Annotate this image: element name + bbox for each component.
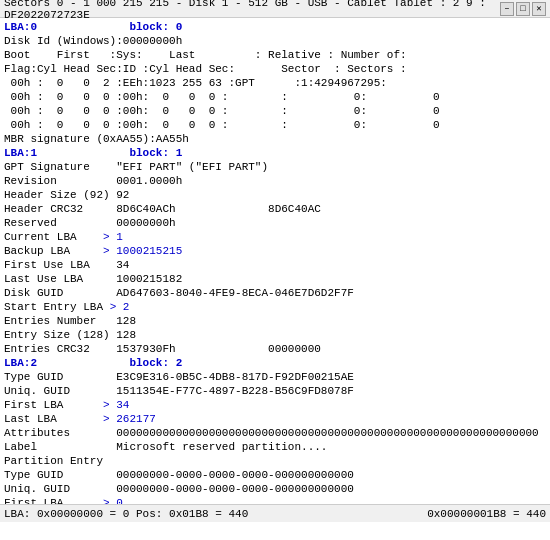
content-line: Start Entry LBA > 2 [4, 300, 546, 314]
content-line: Disk Id (Windows):00000000h [4, 34, 546, 48]
content-line: First LBA > 0 [4, 496, 546, 504]
content-line: First Use LBA 34 [4, 258, 546, 272]
content-line: First LBA > 34 [4, 398, 546, 412]
content-line: Entries Number 128 [4, 314, 546, 328]
content-line: Disk GUID AD647603-8040-4FE9-8ECA-046E7D… [4, 286, 546, 300]
content-line: Header CRC32 8D6C40ACh 8D6C40AC [4, 202, 546, 216]
content-line: 00h : 0 0 0 :00h: 0 0 0 : : 0: 0 [4, 118, 546, 132]
content-line: Revision 0001.0000h [4, 174, 546, 188]
content-line: Partition Entry [4, 454, 546, 468]
maximize-button[interactable]: □ [516, 2, 530, 16]
status-left: LBA: 0x00000000 = 0 Pos: 0x01B8 = 440 [4, 508, 248, 520]
content-line: 00h : 0 0 0 :00h: 0 0 0 : : 0: 0 [4, 90, 546, 104]
content-line: Entry Size (128) 128 [4, 328, 546, 342]
content-line: 00h : 0 0 0 :00h: 0 0 0 : : 0: 0 [4, 104, 546, 118]
minimize-button[interactable]: – [500, 2, 514, 16]
content-line: Last LBA > 262177 [4, 412, 546, 426]
content-line: Current LBA > 1 [4, 230, 546, 244]
main-window: Sectors 0 - 1 000 215 215 - Disk 1 - 512… [0, 0, 550, 522]
content-line: Boot First :Sys: Last : Relative : Numbe… [4, 48, 546, 62]
content-line: Uniq. GUID 00000000-0000-0000-0000-00000… [4, 482, 546, 496]
content-line: Type GUID E3C9E316-0B5C-4DB8-817D-F92DF0… [4, 370, 546, 384]
content-line: MBR signature (0xAA55):AA55h [4, 132, 546, 146]
content-line: Reserved 00000000h [4, 216, 546, 230]
content-line: Label Microsoft reserved partition.... [4, 440, 546, 454]
content-line: LBA:2 block: 2 [4, 356, 546, 370]
content-line: Uniq. GUID 1511354E-F77C-4897-B228-B56C9… [4, 384, 546, 398]
content-line: Header Size (92) 92 [4, 188, 546, 202]
close-button[interactable]: ✕ [532, 2, 546, 16]
content-line: Backup LBA > 1000215215 [4, 244, 546, 258]
content-line: Attributes 00000000000000000000000000000… [4, 426, 546, 440]
content-line: GPT Signature "EFI PART" ("EFI PART") [4, 160, 546, 174]
content-line: 00h : 0 0 2 :EEh:1023 255 63 :GPT :1:429… [4, 76, 546, 90]
content-line: Type GUID 00000000-0000-0000-0000-000000… [4, 468, 546, 482]
content-line: Last Use LBA 1000215182 [4, 272, 546, 286]
status-right: 0x00000001B8 = 440 [427, 508, 546, 520]
status-bar: LBA: 0x00000000 = 0 Pos: 0x01B8 = 440 0x… [0, 504, 550, 522]
content-line: Flag:Cyl Head Sec:ID :Cyl Head Sec: Sect… [4, 62, 546, 76]
content-area[interactable]: LBA:0 block: 0Disk Id (Windows):00000000… [0, 18, 550, 504]
content-line: LBA:1 block: 1 [4, 146, 546, 160]
title-bar: Sectors 0 - 1 000 215 215 - Disk 1 - 512… [0, 0, 550, 18]
content-line: LBA:0 block: 0 [4, 20, 546, 34]
window-controls: – □ ✕ [500, 2, 546, 16]
content-line: Entries CRC32 1537930Fh 00000000 [4, 342, 546, 356]
